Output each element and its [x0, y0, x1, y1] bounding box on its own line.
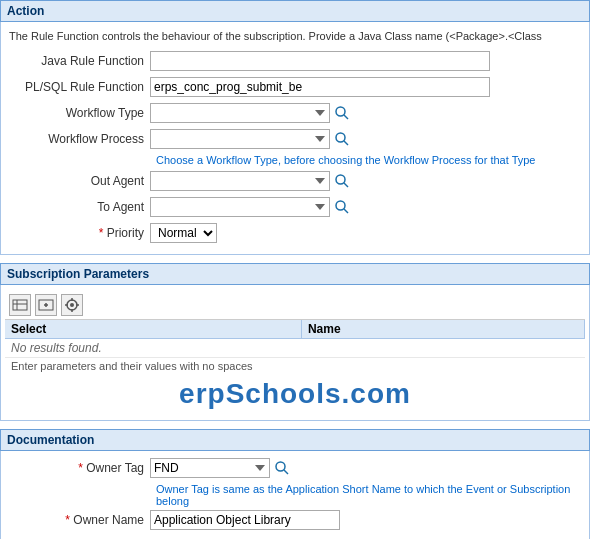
documentation-title: Documentation [7, 433, 94, 447]
svg-rect-8 [13, 300, 27, 310]
action-section-body: The Rule Function controls the behaviour… [0, 22, 590, 255]
subscription-params-title: Subscription Parameters [7, 267, 149, 281]
svg-point-4 [336, 175, 345, 184]
documentation-section-header: Documentation [0, 429, 590, 451]
out-agent-row: Out Agent [5, 170, 585, 192]
to-agent-select[interactable] [150, 197, 330, 217]
java-rule-function-row: Java Rule Function [5, 50, 585, 72]
workflow-type-row: Workflow Type [5, 102, 585, 124]
params-hint: Enter parameters and their values with n… [5, 358, 585, 374]
owner-tag-row: Owner Tag FND [5, 457, 585, 479]
customization-level-row: Customization Level User [5, 535, 585, 539]
priority-row: Priority Normal High Low [5, 222, 585, 244]
out-agent-label: Out Agent [5, 174, 150, 188]
to-agent-search-icon[interactable] [333, 198, 351, 216]
workflow-process-hint: Choose a Workflow Type, before choosing … [156, 154, 585, 166]
out-agent-field-group [150, 171, 351, 191]
owner-name-label: Owner Name [5, 513, 150, 527]
subscription-params-section-body: Select Name No results found. Enter para… [0, 285, 590, 421]
owner-name-row: Owner Name [5, 509, 585, 531]
owner-tag-select[interactable]: FND [150, 458, 270, 478]
svg-line-3 [344, 141, 348, 145]
documentation-section-body: Owner Tag FND Owner Tag is same as the A… [0, 451, 590, 539]
owner-tag-hint: Owner Tag is same as the Application Sho… [156, 483, 585, 507]
workflow-type-field-group [150, 103, 351, 123]
owner-tag-search-icon[interactable] [273, 459, 291, 477]
out-agent-search-icon[interactable] [333, 172, 351, 190]
table-row: No results found. [5, 339, 585, 358]
workflow-process-label: Workflow Process [5, 132, 150, 146]
priority-label: Priority [5, 226, 150, 240]
to-agent-field-group [150, 197, 351, 217]
svg-line-7 [344, 209, 348, 213]
subscription-params-table: Select Name No results found. [5, 320, 585, 358]
svg-point-2 [336, 133, 345, 142]
add-icon[interactable] [35, 294, 57, 316]
svg-point-6 [336, 201, 345, 210]
svg-point-20 [276, 462, 285, 471]
no-results-text: No results found. [5, 339, 585, 358]
workflow-process-search-icon[interactable] [333, 130, 351, 148]
owner-tag-label: Owner Tag [5, 461, 150, 475]
workflow-type-label: Workflow Type [5, 106, 150, 120]
workflow-process-row: Workflow Process [5, 128, 585, 150]
svg-line-1 [344, 115, 348, 119]
col-select: Select [5, 320, 301, 339]
owner-tag-field-group: FND [150, 458, 291, 478]
svg-line-5 [344, 183, 348, 187]
plsql-rule-function-label: PL/SQL Rule Function [5, 80, 150, 94]
plsql-rule-function-row: PL/SQL Rule Function [5, 76, 585, 98]
action-section-header: Action [0, 0, 590, 22]
svg-point-0 [336, 107, 345, 116]
svg-line-21 [284, 470, 288, 474]
workflow-type-select[interactable] [150, 103, 330, 123]
workflow-type-search-icon[interactable] [333, 104, 351, 122]
java-rule-function-label: Java Rule Function [5, 54, 150, 68]
action-info-text: The Rule Function controls the behaviour… [5, 28, 585, 44]
settings-icon[interactable] [61, 294, 83, 316]
workflow-process-field-group [150, 129, 351, 149]
plsql-rule-function-input[interactable] [150, 77, 490, 97]
to-agent-row: To Agent [5, 196, 585, 218]
out-agent-select[interactable] [150, 171, 330, 191]
action-title: Action [7, 4, 44, 18]
to-agent-label: To Agent [5, 200, 150, 214]
svg-point-15 [70, 303, 74, 307]
workflow-process-select[interactable] [150, 129, 330, 149]
java-rule-function-input[interactable] [150, 51, 490, 71]
owner-name-input[interactable] [150, 510, 340, 530]
subscription-params-toolbar [5, 291, 585, 320]
col-name: Name [301, 320, 584, 339]
add-row-icon[interactable] [9, 294, 31, 316]
watermark-text: erpSchools.com [5, 374, 585, 414]
priority-select[interactable]: Normal High Low [150, 223, 217, 243]
subscription-params-section-header: Subscription Parameters [0, 263, 590, 285]
